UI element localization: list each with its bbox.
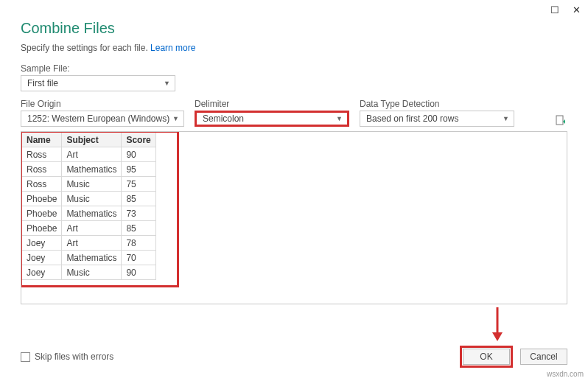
dialog-subtitle: Specify the settings for each file. Lear… [0,43,588,63]
chevron-down-icon: ▼ [172,115,179,122]
table-cell: 70 [122,251,155,265]
sample-file-label: Sample File: [0,63,588,75]
chevron-down-icon: ▼ [503,115,509,122]
skip-errors-label: Skip files with errors [35,352,113,362]
maximize-icon[interactable]: ☐ [550,4,559,15]
table-cell: Joey [22,251,62,265]
checkbox-icon [21,352,30,362]
table-row: JoeyArt78 [22,236,156,251]
table-row: RossMathematics95 [22,162,156,177]
file-origin-label: File Origin [21,99,184,109]
table-row: JoeyMathematics70 [22,251,156,265]
data-type-detection-label: Data Type Detection [360,99,514,109]
skip-errors-checkbox[interactable]: Skip files with errors [21,352,113,362]
table-cell: Ross [22,177,62,192]
file-origin-dropdown[interactable]: 1252: Western European (Windows) ▼ [21,111,184,127]
delimiter-label: Delimiter [195,99,349,109]
column-header: Subject [62,133,122,147]
table-cell: Joey [22,236,62,251]
preview-table-container: NameSubjectScore RossArt90RossMathematic… [21,131,567,304]
table-cell: Music [62,265,122,280]
chevron-down-icon: ▼ [336,115,343,122]
table-row: PhoebeMathematics73 [22,206,156,221]
table-cell: Art [62,221,122,236]
cancel-button[interactable]: Cancel [520,349,567,365]
table-cell: Music [62,192,122,206]
table-cell: Phoebe [22,192,62,206]
ok-button-highlight: OK [460,346,513,368]
table-cell: 73 [122,206,155,221]
table-row: RossMusic75 [22,177,156,192]
learn-more-link[interactable]: Learn more [150,43,195,53]
watermark: wsxdn.com [547,370,584,378]
table-cell: Mathematics [62,206,122,221]
data-type-detection-value: Based on first 200 rows [366,113,458,124]
table-row: PhoebeMusic85 [22,192,156,206]
delimiter-value: Semicolon [203,113,244,124]
table-row: RossArt90 [22,147,156,162]
table-cell: Phoebe [22,221,62,236]
column-header: Name [22,133,62,147]
table-cell: Art [62,147,122,162]
ok-button[interactable]: OK [463,349,510,365]
chevron-down-icon: ▼ [164,80,170,87]
table-cell: 90 [122,147,155,162]
table-cell: 75 [122,177,155,192]
data-type-detection-dropdown[interactable]: Based on first 200 rows ▼ [360,111,514,127]
sample-file-value: First file [27,78,58,88]
close-icon[interactable]: ✕ [573,4,581,15]
table-cell: Ross [22,147,62,162]
annotation-arrow [486,306,508,343]
table-cell: Phoebe [22,206,62,221]
table-cell: 85 [122,192,155,206]
subtitle-text: Specify the settings for each file. [21,43,150,53]
svg-marker-2 [492,332,503,341]
column-header: Score [122,133,155,147]
table-cell: 95 [122,162,155,177]
table-cell: Music [62,177,122,192]
dialog-title: Combine Files [0,15,588,43]
table-cell: Mathematics [62,162,122,177]
table-cell: Mathematics [62,251,122,265]
table-cell: Joey [22,265,62,280]
table-row: PhoebeArt85 [22,221,156,236]
delimiter-dropdown[interactable]: Semicolon ▼ [195,111,349,127]
table-cell: 85 [122,221,155,236]
settings-icon[interactable] [554,113,567,127]
table-cell: 78 [122,236,155,251]
table-cell: 90 [122,265,155,280]
file-origin-value: 1252: Western European (Windows) [27,113,169,124]
table-cell: Art [62,236,122,251]
table-row: JoeyMusic90 [22,265,156,280]
svg-rect-0 [556,116,563,125]
sample-file-dropdown[interactable]: First file ▼ [21,75,175,91]
preview-table: NameSubjectScore RossArt90RossMathematic… [21,132,156,280]
table-cell: Ross [22,162,62,177]
